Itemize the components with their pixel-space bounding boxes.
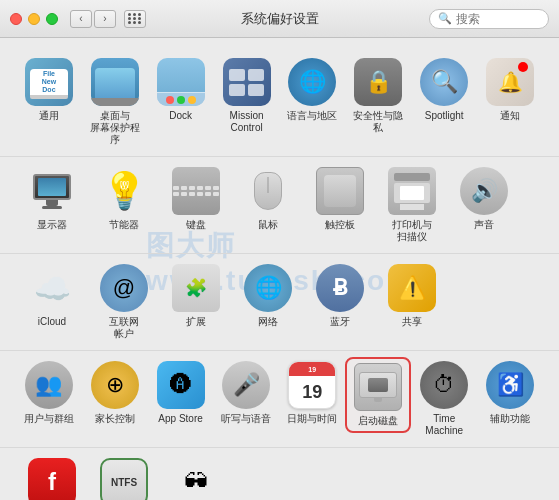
pref-parental[interactable]: ⊕ 家长控制 [82,357,148,429]
icloud-icon-wrap: ☁️ [28,264,76,312]
pref-shades[interactable]: 🕶 Shades [160,454,232,500]
accessibility-icon-wrap: ♿ [486,361,534,409]
network-icon-wrap: 🌐 [244,264,292,312]
accessibility-label: 辅助功能 [490,413,530,425]
energy-label: 节能器 [109,219,139,231]
pref-network[interactable]: 🌐 网络 [232,260,304,332]
pref-mouse[interactable]: 鼠标 [232,163,304,235]
pref-appstore[interactable]: 🅐 App Store [148,357,214,429]
pref-share[interactable]: ⚠️ 共享 [376,260,448,332]
main-content: 图大师www.tudashi.com FileNewDoc 通用 [0,38,559,500]
pref-general[interactable]: FileNewDoc 通用 [16,54,82,126]
security-icon-wrap: 🔒 [354,58,402,106]
pref-dictation[interactable]: 🎤 听写与语音 [213,357,279,429]
network-label: 网络 [258,316,278,328]
nav-buttons: ‹ › [70,10,116,28]
general-label: 通用 [39,110,59,122]
general-icon-wrap: FileNewDoc [25,58,73,106]
all-apps-button[interactable] [124,10,146,28]
display-label: 显示器 [37,219,67,231]
pref-notify[interactable]: 🔔 通知 [477,54,543,126]
dictation-icon-wrap: 🎤 [222,361,270,409]
pref-printer[interactable]: 打印机与 扫描仪 [376,163,448,247]
back-button[interactable]: ‹ [70,10,92,28]
pref-timemachine[interactable]: ⏱ Time Machine [411,357,477,441]
dictation-label: 听写与语音 [221,413,271,425]
appstore-label: App Store [158,413,202,425]
pref-icloud[interactable]: ☁️ iCloud [16,260,88,332]
ext-icon-wrap: 🧩 [172,264,220,312]
mission-icon-wrap [223,58,271,106]
pref-date[interactable]: 19 19 日期与时间 [279,357,345,429]
flash-icon-wrap: f [28,458,76,500]
pref-accessibility[interactable]: ♿ 辅助功能 [477,357,543,429]
mouse-icon-wrap [244,167,292,215]
pref-startup[interactable]: 启动磁盘 [345,357,411,433]
printer-icon-wrap [388,167,436,215]
users-label: 用户与群组 [24,413,74,425]
dock-label: Dock [169,110,192,122]
users-icon-wrap: 👥 [25,361,73,409]
date-label: 日期与时间 [287,413,337,425]
mouse-label: 鼠标 [258,219,278,231]
pref-bluetooth[interactable]: Ƀ 蓝牙 [304,260,376,332]
energy-icon-wrap: 💡 [100,167,148,215]
pref-dock[interactable]: Dock [148,54,214,126]
sound-icon-wrap: 🔊 [460,167,508,215]
titlebar: ‹ › 系统偏好设置 🔍 [0,0,559,38]
shades-icon-wrap: 🕶 [172,458,220,500]
pref-sound[interactable]: 🔊 声音 [448,163,520,235]
keyboard-icon-wrap [172,167,220,215]
pref-security[interactable]: 🔒 安全性与隐私 [345,54,411,138]
forward-button[interactable]: › [94,10,116,28]
pref-users[interactable]: 👥 用户与群组 [16,357,82,429]
keyboard-label: 键盘 [186,219,206,231]
pref-spotlight[interactable]: 🔍 Spotlight [411,54,477,126]
pref-trackpad[interactable]: 触控板 [304,163,376,235]
pref-ext[interactable]: 🧩 扩展 [160,260,232,332]
parental-label: 家长控制 [95,413,135,425]
maximize-button[interactable] [46,13,58,25]
bluetooth-icon-wrap: Ƀ [316,264,364,312]
pref-keyboard[interactable]: 键盘 [160,163,232,235]
close-button[interactable] [10,13,22,25]
desktop-icon-wrap [91,58,139,106]
internet-icon-wrap: @ [100,264,148,312]
pref-energy[interactable]: 💡 节能器 [88,163,160,235]
timemachine-icon-wrap: ⏱ [420,361,468,409]
display-icon-wrap [28,167,76,215]
icloud-label: iCloud [38,316,66,328]
desktop-label: 桌面与 屏幕保护程序 [86,110,144,146]
traffic-lights [10,13,58,25]
pref-flash[interactable]: f Flash Player [16,454,88,500]
ext-label: 扩展 [186,316,206,328]
share-icon-wrap: ⚠️ [388,264,436,312]
printer-label: 打印机与 扫描仪 [392,219,432,243]
appstore-icon-wrap: 🅐 [157,361,205,409]
search-icon: 🔍 [438,12,452,25]
pref-display[interactable]: 显示器 [16,163,88,235]
mission-label: Mission Control [230,110,264,134]
pref-desktop[interactable]: 桌面与 屏幕保护程序 [82,54,148,150]
notify-icon-wrap: 🔔 [486,58,534,106]
pref-lang[interactable]: 🌐 语言与地区 [280,54,346,126]
pref-ntfs[interactable]: NTFS NTFS for Mac OS X [88,454,160,500]
section-hardware: 显示器 💡 节能器 [0,157,559,254]
search-input[interactable] [456,12,536,26]
window-title: 系统偏好设置 [241,10,319,28]
section-internet: ☁️ iCloud @ 互联网 帐户 🧩 扩展 🌐 网络 [0,254,559,351]
date-icon-wrap: 19 19 [288,361,336,409]
pref-mission[interactable]: Mission Control [214,54,280,138]
trackpad-icon-wrap [316,167,364,215]
search-box[interactable]: 🔍 [429,9,549,29]
internet-label: 互联网 帐户 [109,316,139,340]
dock-icon-wrap [157,58,205,106]
spotlight-icon-wrap: 🔍 [420,58,468,106]
minimize-button[interactable] [28,13,40,25]
pref-internet[interactable]: @ 互联网 帐户 [88,260,160,344]
section-other: f Flash Player NTFS NTFS for Mac OS X 🕶 … [0,448,559,500]
share-label: 共享 [402,316,422,328]
startup-label: 启动磁盘 [358,415,398,427]
lang-label: 语言与地区 [287,110,337,122]
spotlight-label: Spotlight [425,110,464,122]
